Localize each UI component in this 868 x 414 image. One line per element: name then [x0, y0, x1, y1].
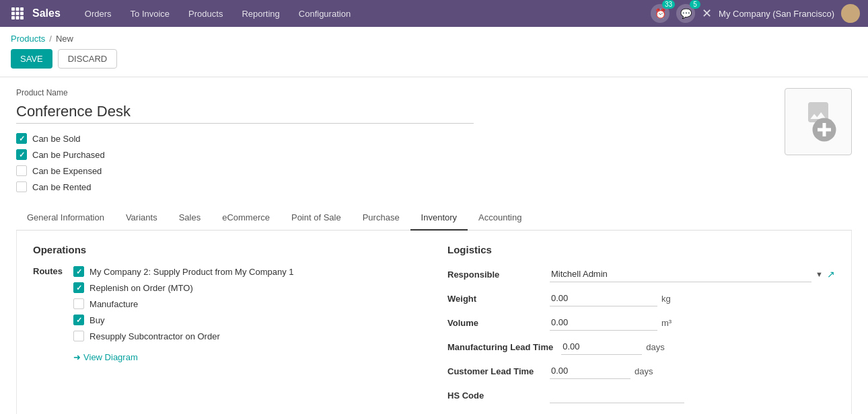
can-be-rented-label: Can be Rented: [32, 182, 91, 192]
volume-input[interactable]: [550, 315, 657, 331]
route-2-checkbox[interactable]: [73, 298, 84, 309]
mfg-lead-time-value: days: [561, 339, 835, 355]
nav-to-invoice[interactable]: To Invoice: [122, 5, 178, 23]
breadcrumb-parent[interactable]: Products: [11, 34, 45, 44]
svg-point-9: [846, 7, 855, 15]
tab-point-of-sale[interactable]: Point of Sale: [281, 206, 352, 231]
avatar[interactable]: [841, 4, 860, 23]
can-be-purchased-checkbox[interactable]: ✓: [16, 149, 27, 160]
route-4-checkbox[interactable]: [73, 331, 84, 341]
form-container: Product Name ✓ Can be Sold ✓ Can be Purc…: [0, 77, 868, 414]
can-be-sold-label: Can be Sold: [32, 134, 81, 144]
route-2-label: Manufacture: [89, 299, 138, 309]
app-name: Sales: [32, 7, 61, 19]
route-4-label: Resupply Subcontractor on Order: [89, 331, 220, 341]
product-name-section: Product Name ✓ Can be Sold ✓ Can be Purc…: [16, 88, 474, 192]
top-nav: Sales Orders To Invoice Products Reporti…: [0, 0, 868, 27]
external-link-icon[interactable]: ↗: [827, 269, 835, 280]
mfg-lead-time-input[interactable]: [561, 339, 642, 355]
volume-unit: m³: [661, 318, 672, 328]
responsible-select[interactable]: Mitchell Admin: [550, 266, 811, 282]
logistics-col: Logistics Responsible Mitchell Admin ▼ ↗: [447, 244, 835, 411]
svg-rect-13: [818, 128, 831, 131]
save-button[interactable]: SAVE: [11, 49, 52, 69]
discard-button[interactable]: DISCARD: [58, 49, 118, 69]
view-diagram-link[interactable]: ➜ View Diagram: [73, 352, 293, 362]
operations-col: Operations Routes ✓ My Company 2: Supply…: [33, 244, 421, 411]
nav-reporting[interactable]: Reporting: [233, 5, 287, 23]
close-icon[interactable]: ✕: [702, 6, 712, 21]
messages-badge: 5: [690, 0, 700, 9]
product-header: Product Name ✓ Can be Sold ✓ Can be Purc…: [16, 88, 852, 192]
nav-orders[interactable]: Orders: [77, 5, 120, 23]
product-name-input[interactable]: [16, 100, 474, 124]
route-3: ✓ Buy: [73, 315, 293, 325]
field-hs-code: HS Code: [447, 387, 835, 403]
product-photo-upload[interactable]: [785, 88, 852, 155]
can-be-expensed-checkbox[interactable]: [16, 165, 27, 176]
field-customer-lead-time: Customer Lead Time days: [447, 363, 835, 379]
hs-code-input[interactable]: [550, 387, 684, 403]
tab-accounting[interactable]: Accounting: [468, 206, 532, 231]
customer-lead-time-value: days: [550, 363, 835, 379]
customer-lead-time-label: Customer Lead Time: [447, 366, 542, 376]
breadcrumb-separator: /: [49, 34, 52, 44]
messages-btn[interactable]: 💬 5: [676, 4, 695, 23]
checkboxes: ✓ Can be Sold ✓ Can be Purchased Can be …: [16, 133, 474, 192]
checkbox-can-be-sold: ✓ Can be Sold: [16, 133, 474, 144]
logistics-title: Logistics: [447, 244, 835, 255]
svg-rect-6: [11, 16, 15, 19]
nav-products[interactable]: Products: [180, 5, 231, 23]
responsible-value: Mitchell Admin ▼ ↗: [550, 266, 835, 282]
field-manufacturing-lead-time: Manufacturing Lead Time days: [447, 339, 835, 355]
tab-variants[interactable]: Variants: [115, 206, 168, 231]
dropdown-arrow-icon: ▼: [816, 270, 823, 278]
svg-rect-4: [16, 12, 20, 15]
weight-unit: kg: [661, 294, 671, 304]
action-bar: SAVE DISCARD: [0, 44, 868, 77]
svg-rect-8: [20, 16, 24, 19]
route-2: Manufacture: [73, 298, 293, 309]
breadcrumb: Products / New: [0, 27, 868, 44]
tab-content-inventory: Operations Routes ✓ My Company 2: Supply…: [16, 231, 852, 414]
customer-lead-time-unit: days: [635, 366, 653, 376]
grid-icon[interactable]: [8, 4, 27, 23]
mfg-lead-time-label: Manufacturing Lead Time: [447, 342, 553, 352]
company-name: My Company (San Francisco): [719, 9, 834, 19]
volume-value: m³: [550, 315, 835, 331]
weight-input[interactable]: [550, 290, 657, 306]
operations-title: Operations: [33, 244, 421, 255]
route-1-checkbox[interactable]: ✓: [73, 282, 84, 293]
activity-btn[interactable]: ⏰ 33: [651, 4, 670, 23]
volume-label: Volume: [447, 318, 542, 328]
routes-label: Routes: [33, 266, 63, 357]
can-be-purchased-label: Can be Purchased: [32, 150, 105, 160]
nav-configuration[interactable]: Configuration: [291, 5, 359, 23]
checkbox-can-be-expensed: Can be Expensed: [16, 165, 474, 176]
svg-rect-5: [20, 12, 24, 15]
can-be-rented-checkbox[interactable]: [16, 181, 27, 192]
svg-rect-7: [16, 16, 20, 19]
route-0: ✓ My Company 2: Supply Product from My C…: [73, 266, 293, 277]
field-responsible: Responsible Mitchell Admin ▼ ↗: [447, 266, 835, 282]
tab-general-information[interactable]: General Information: [16, 206, 115, 231]
can-be-sold-checkbox[interactable]: ✓: [16, 133, 27, 144]
field-volume: Volume m³: [447, 315, 835, 331]
tabs-bar: General Information Variants Sales eComm…: [16, 206, 852, 231]
view-diagram-label: View Diagram: [83, 352, 138, 362]
svg-rect-3: [11, 12, 15, 15]
svg-rect-1: [16, 7, 20, 11]
tab-ecommerce[interactable]: eCommerce: [211, 206, 281, 231]
hs-code-value: [550, 387, 835, 403]
tab-purchase[interactable]: Purchase: [352, 206, 410, 231]
route-3-checkbox[interactable]: ✓: [73, 315, 84, 325]
route-4: Resupply Subcontractor on Order: [73, 331, 293, 341]
route-1-label: Replenish on Order (MTO): [89, 283, 193, 293]
weight-label: Weight: [447, 294, 542, 304]
route-0-label: My Company 2: Supply Product from My Com…: [89, 267, 293, 277]
customer-lead-time-input[interactable]: [550, 363, 630, 379]
route-0-checkbox[interactable]: ✓: [73, 266, 84, 277]
tab-inventory[interactable]: Inventory: [410, 206, 468, 231]
inventory-two-col: Operations Routes ✓ My Company 2: Supply…: [33, 244, 835, 411]
tab-sales[interactable]: Sales: [168, 206, 212, 231]
